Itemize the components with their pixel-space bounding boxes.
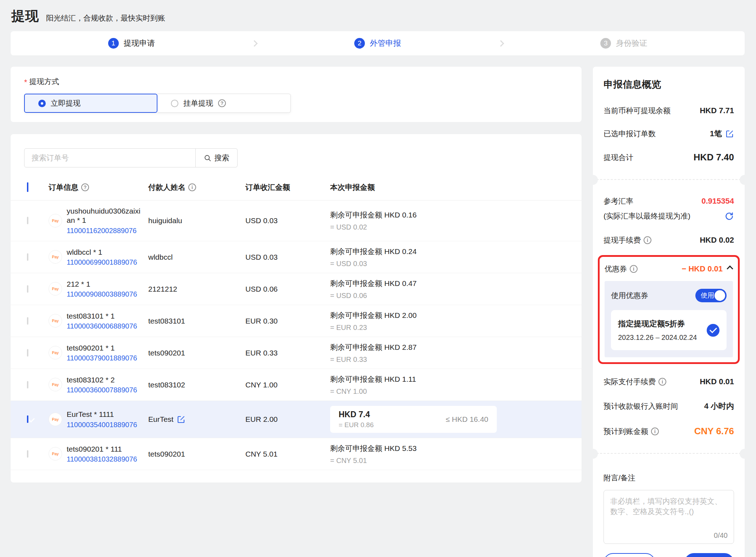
refresh-icon[interactable] [724,211,734,221]
selected-orders-label: 已选申报订单数 [604,129,656,139]
declare-equiv: = USD 0.06 [330,292,582,300]
actual-fee-label: 实际支付手续费 [604,377,656,387]
step-declaration[interactable]: 2 外管申报 [257,38,498,49]
arrival-amount-value: CNY 6.76 [694,426,734,437]
table-row[interactable]: Pay test083102 * 2 110000360007889076 te… [11,369,582,401]
table-row[interactable]: Pay yushouhuidu0306zaixian * 1 110001162… [11,200,582,241]
order-name: 212 * 1 [67,280,137,289]
row-checkbox[interactable] [27,381,28,388]
order-name: yushouhuidu0306zaixian * 1 [67,206,142,225]
option-pending-withdraw[interactable]: 挂单提现 ? [157,94,291,113]
next-step-button[interactable]: 下一步 [684,553,734,557]
withdraw-fee-value: HKD 0.02 [700,236,734,245]
declare-remaining: 剩余可申报金额 HKD 2.00 [330,310,582,320]
payer-name: 2121212 [148,285,177,293]
order-number-link[interactable]: 110001162002889076 [67,227,142,235]
order-amount: CNY 5.01 [245,450,330,458]
coupon-discount-value: − HKD 0.01 [682,264,723,274]
steps-bar: 1 提现申请 2 外管申报 3 身份验证 [11,31,745,55]
order-number-link[interactable]: 110000908003889076 [67,290,137,298]
order-number-link[interactable]: 110000360007889076 [67,386,137,394]
declare-equiv: = USD 0.03 [330,260,582,268]
order-number-link[interactable]: 110000379001889076 [67,354,137,362]
info-icon[interactable]: i [644,236,651,244]
step-1-number-badge: 1 [108,38,119,49]
table-header-row: 订单信息 ? 付款人姓名 i 订单收汇金额 本次申报金额 [11,175,582,200]
order-amount: CNY 1.00 [245,381,330,389]
table-row[interactable]: Pay 212 * 1 110000908003889076 2121212 U… [11,273,582,305]
row-checkbox[interactable] [27,349,28,357]
search-input[interactable] [24,148,196,167]
info-icon[interactable]: i [658,378,666,386]
arrival-amount-row: 预计到账金额 i CNY 6.76 [604,426,734,437]
search-bar: 搜索 [24,148,582,167]
order-table-card: 搜索 订单信息 ? 付款人姓名 i 订单收汇金额 本次申报金额 Pay yush… [11,134,582,482]
help-icon[interactable]: ? [81,183,89,191]
declare-remaining: 剩余可申报金额 HKD 0.24 [330,247,582,257]
coupon-period: 2023.12.26 – 2024.02.24 [618,333,697,342]
toggle-knob [715,290,725,301]
page-title: 提现 [11,7,39,25]
coupon-selected-check-icon[interactable] [707,324,719,337]
withdraw-total-value: HKD 7.40 [694,152,734,163]
order-number-link[interactable]: 110000381032889076 [67,455,137,463]
coupon-highlight-box: 优惠券 i − HKD 0.01 使用优惠券 使用 [598,255,740,364]
order-number-link[interactable]: 110000360006889076 [67,322,137,330]
row-checkbox[interactable] [27,415,28,423]
search-button[interactable]: 搜索 [196,148,238,167]
balance-value: HKD 7.71 [700,106,734,115]
payer-name: tets090201 [148,349,185,357]
row-checkbox[interactable] [27,317,28,325]
use-coupon-toggle[interactable]: 使用 [695,289,727,302]
prev-step-button[interactable]: 上一步 [604,553,655,557]
summary-title: 申报信息概览 [604,78,734,91]
remark-char-counter: 0/40 [714,531,728,540]
row-checkbox[interactable] [27,285,28,293]
order-number-link[interactable]: 110000354001889076 [67,421,137,429]
reference-rate-label: 参考汇率 [604,196,633,206]
row-checkbox[interactable] [27,217,28,224]
declare-amount-input[interactable]: HKD 7.4 = EUR 0.86 ≤ HKD 16.40 [330,406,497,433]
help-icon[interactable]: ? [218,99,226,107]
table-row[interactable]: Pay tets090201 * 111 110000381032889076 … [11,438,582,470]
withdraw-fee-label: 提现手续费 [604,235,641,245]
payer-name: test083102 [148,381,185,389]
info-icon[interactable]: i [651,428,659,435]
step-1-label: 提现申请 [124,38,155,49]
table-row[interactable]: Pay tets090201 * 1 110000379001889076 te… [11,337,582,369]
declare-equiv: = CNY 5.01 [330,457,582,465]
coupon-card[interactable]: 指定提现定额5折券 2023.12.26 – 2024.02.24 [611,310,727,350]
info-icon[interactable]: i [630,265,638,273]
coupon-label: 优惠券 [605,264,627,274]
payment-logo-icon: Pay [49,346,62,359]
declare-input-value: HKD 7.4 [339,410,374,419]
order-name: EurTest * 1111 [67,410,137,419]
order-name: test083101 * 1 [67,311,137,321]
row-checkbox[interactable] [27,450,28,458]
required-asterisk: * [24,78,27,87]
row-checkbox[interactable] [27,253,28,261]
step-3-number-badge: 3 [600,38,611,49]
table-row[interactable]: Pay wldbccl * 1 110000699001889076 wldbc… [11,241,582,273]
order-amount: EUR 0.30 [245,317,330,325]
selected-orders-value: 1笔 [710,128,722,139]
edit-payer-icon[interactable] [177,415,185,424]
option-instant-withdraw[interactable]: 立即提现 [24,94,157,113]
edit-icon[interactable] [726,129,734,138]
chevron-up-icon[interactable] [727,265,733,272]
table-row[interactable]: Pay EurTest * 1111 110000354001889076 Eu… [11,401,582,438]
step-identity-verify[interactable]: 3 身份验证 [503,38,745,49]
step-withdraw-apply[interactable]: 1 提现申请 [11,38,252,49]
coupon-panel: 使用优惠券 使用 指定提现定额5折券 2023.12.26 – 2024.02.… [605,281,733,357]
select-all-checkbox[interactable] [27,182,28,192]
info-icon[interactable]: i [188,183,196,191]
table-row[interactable]: Pay test083101 * 1 110000360006889076 te… [11,305,582,337]
order-name: wldbccl * 1 [67,248,137,257]
reference-rate-row: 参考汇率 0.915354 [604,196,734,206]
arrival-amount-label: 预计到账金额 [604,426,648,436]
declare-input-max: ≤ HKD 16.40 [446,415,488,424]
page-subtitle: 阳光结汇，合规收款，最快实时到账 [46,13,165,23]
order-number-link[interactable]: 110000699001889076 [67,258,137,266]
order-name: test083102 * 2 [67,375,137,385]
col-order-info: 订单信息 [49,182,78,192]
